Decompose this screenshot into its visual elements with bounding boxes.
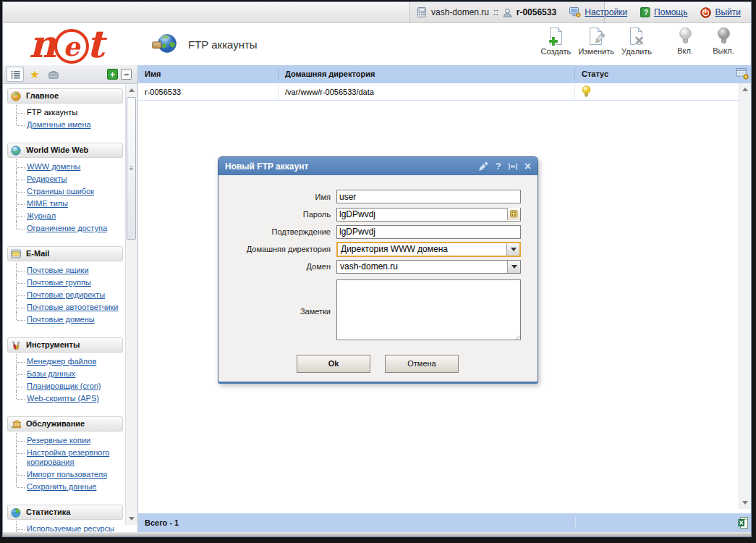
item-link[interactable]: Базы данных	[27, 369, 75, 378]
enable-button[interactable]: Вкл.	[669, 27, 701, 55]
item-link[interactable]: Резервные копии	[27, 436, 90, 445]
item-link[interactable]: Доменные имена	[27, 120, 91, 129]
sidebar-item-ftp-accounts[interactable]: FTP аккаунты	[14, 106, 125, 119]
item-link[interactable]: Планировщик (cron)	[27, 382, 101, 390]
item-link[interactable]: Менеджер файлов	[27, 357, 96, 366]
expand-all-button[interactable]: +	[107, 69, 118, 80]
scroll-up-arrow[interactable]	[126, 84, 137, 96]
help-link[interactable]: ? Помощь	[640, 7, 687, 17]
section-title: Статистика	[26, 507, 71, 518]
section-header-statistics[interactable]: Статистика	[7, 505, 123, 520]
edit-button[interactable]: Изменить	[578, 27, 614, 56]
sidebar-item-mime-types[interactable]: MIME типы	[14, 198, 125, 210]
sidebar-item-backup-settings[interactable]: Настройка резервного копирования	[14, 447, 125, 468]
sidebar-item-databases[interactable]: Базы данных	[14, 368, 125, 380]
sidebar-item-backups[interactable]: Резервные копии	[14, 434, 125, 447]
section-header-general[interactable]: Главное	[7, 88, 123, 104]
cancel-button[interactable]: Отмена	[385, 355, 459, 373]
sidebar-item-user-import[interactable]: Импорт пользователя	[14, 468, 125, 481]
create-button[interactable]: Создать	[540, 27, 572, 56]
dialog-titlebar[interactable]: Новый FTP аккаунт ? ×	[218, 157, 538, 175]
section-header-email[interactable]: E-Mail	[7, 246, 123, 261]
dropdown-arrow-icon[interactable]	[507, 261, 520, 273]
password-input[interactable]	[336, 208, 521, 222]
item-link[interactable]: Почтовые редиректы	[27, 290, 105, 299]
item-link[interactable]: WWW домены	[27, 162, 80, 171]
sidebar-item-aps-scripts[interactable]: Web-скрипты (APS)	[14, 392, 125, 405]
sidebar-item-used-resources[interactable]: Используемые ресурсы	[14, 523, 125, 532]
sidebar-item-domain-names[interactable]: Доменные имена	[14, 119, 125, 131]
sidebar-item-cron[interactable]: Планировщик (cron)	[14, 380, 125, 392]
item-link[interactable]: Настройка резервного копирования	[27, 448, 109, 466]
scrollbar-thumb[interactable]	[127, 97, 136, 240]
logout-link[interactable]: Выйти	[700, 7, 741, 18]
item-link[interactable]: Журнал	[27, 211, 56, 220]
scroll-down-arrow[interactable]	[739, 497, 751, 509]
item-link[interactable]: Импорт пользователя	[27, 470, 107, 479]
table-row[interactable]: r-0056533 /var/www/r-0056533/data	[138, 83, 739, 101]
item-link[interactable]: Почтовые ящики	[27, 266, 89, 274]
settings-link[interactable]: Настройки	[569, 7, 627, 17]
item-link[interactable]: Web-скрипты (APS)	[27, 394, 99, 403]
section-header-maintenance[interactable]: Обслуживание	[7, 416, 123, 432]
column-header-status[interactable]: Статус	[575, 68, 751, 80]
sidebar-item-mail-redirects[interactable]: Почтовые редиректы	[14, 289, 125, 301]
tab-tasks[interactable]	[46, 67, 61, 81]
tab-favorites[interactable]: ★	[27, 67, 43, 81]
sidebar-item-access-restriction[interactable]: Ограничение доступа	[14, 222, 125, 235]
sidebar-item-redirects[interactable]: Редиректы	[14, 173, 125, 185]
item-link[interactable]: Ограничение доступа	[27, 224, 107, 232]
section-header-tools[interactable]: Инструменты	[7, 337, 123, 353]
item-link[interactable]: MIME типы	[27, 199, 68, 208]
main-scrollbar[interactable]	[739, 83, 751, 509]
notes-textarea[interactable]	[336, 279, 521, 340]
field-row-domain: Домен vash-domen.ru	[218, 260, 538, 274]
item-link[interactable]: Страницы ошибок	[27, 187, 94, 195]
dialog-close-icon[interactable]: ×	[524, 161, 531, 172]
disable-button[interactable]: Выкл.	[708, 27, 739, 55]
star-icon: ★	[30, 69, 39, 80]
top-links: Настройки ? Помощь Выйти	[598, 2, 751, 22]
sidebar-item-mail-domains[interactable]: Почтовые домены	[14, 313, 125, 326]
tab-menu-list[interactable]	[7, 67, 24, 82]
scroll-down-arrow[interactable]	[126, 513, 137, 525]
resize-icon[interactable]	[508, 162, 518, 171]
sidebar-item-www-domains[interactable]: WWW домены	[14, 161, 125, 173]
power-icon	[700, 7, 711, 18]
generate-password-button[interactable]	[507, 208, 520, 220]
column-header-name[interactable]: Имя	[138, 68, 279, 80]
logout-label: Выйти	[715, 7, 741, 17]
item-link[interactable]: Почтовые автоответчики	[27, 303, 118, 311]
sidebar-item-mailboxes[interactable]: Почтовые ящики	[14, 264, 125, 277]
section-header-www[interactable]: World Wide Web	[7, 143, 123, 158]
ok-button[interactable]: Ok	[297, 355, 370, 373]
sidebar-scrollbar[interactable]	[125, 84, 137, 525]
item-link[interactable]: Сохранить данные	[27, 482, 96, 491]
dropdown-arrow-icon[interactable]	[506, 243, 519, 256]
action-toolbar: Создать Изменить Удалить Вкл. Выкл.	[540, 27, 739, 56]
domain-select[interactable]: vash-domen.ru	[336, 260, 521, 274]
sidebar-item-log[interactable]: Журнал	[14, 210, 125, 222]
home-directory-select[interactable]: Директория WWW домена	[336, 242, 521, 257]
sidebar-item-save-data[interactable]: Сохранить данные	[14, 481, 125, 493]
name-input[interactable]	[336, 190, 521, 203]
tools-icon	[11, 340, 21, 350]
export-excel-button[interactable]	[738, 517, 748, 530]
item-link[interactable]: Почтовые домены	[27, 315, 95, 324]
sidebar-item-autoresponders[interactable]: Почтовые автоответчики	[14, 301, 125, 313]
sidebar-item-file-manager[interactable]: Менеджер файлов	[14, 355, 125, 368]
scroll-up-arrow[interactable]	[739, 83, 751, 95]
pin-icon[interactable]	[478, 161, 489, 172]
confirm-input[interactable]	[336, 225, 521, 239]
column-header-home-directory[interactable]: Домашняя директория	[279, 68, 575, 80]
sidebar-item-error-pages[interactable]: Страницы ошибок	[14, 185, 125, 198]
item-link[interactable]: Почтовые группы	[27, 278, 91, 287]
dialog-help-icon[interactable]: ?	[496, 161, 501, 171]
collapse-all-button[interactable]: −	[121, 69, 132, 80]
item-link[interactable]: Редиректы	[27, 174, 67, 183]
column-settings-button[interactable]	[736, 68, 749, 81]
dialog-controls: ? ×	[478, 161, 531, 172]
sidebar-item-mail-groups[interactable]: Почтовые группы	[14, 277, 125, 289]
item-link[interactable]: Используемые ресурсы	[27, 524, 114, 532]
delete-button[interactable]: Удалить	[621, 27, 653, 56]
